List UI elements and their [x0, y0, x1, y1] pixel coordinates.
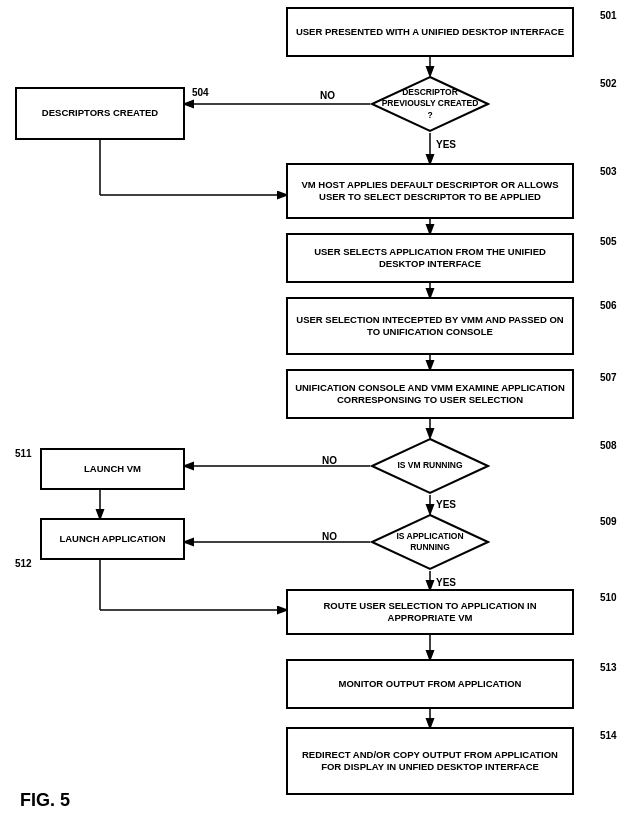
label-501: 501 — [600, 10, 617, 21]
node-505: USER SELECTS APPLICATION FROM THE UNIFIE… — [286, 233, 574, 283]
label-502: 502 — [600, 78, 617, 89]
no-label-509: NO — [322, 531, 337, 542]
yes-label-508: YES — [436, 499, 456, 510]
label-508: 508 — [600, 440, 617, 451]
no-label-508: NO — [322, 455, 337, 466]
node-502: DESCRIPTOR PREVIOUSLY CREATED ? — [370, 75, 490, 133]
label-504: 504 — [192, 87, 209, 98]
label-513: 513 — [600, 662, 617, 673]
label-511: 511 — [15, 448, 32, 459]
no-label-502: NO — [320, 90, 335, 101]
node-504: DESCRIPTORS CREATED — [15, 87, 185, 140]
node-511: LAUNCH VM — [40, 448, 185, 490]
node-514: REDIRECT AND/OR COPY OUTPUT FROM APPLICA… — [286, 727, 574, 795]
label-507: 507 — [600, 372, 617, 383]
label-510: 510 — [600, 592, 617, 603]
label-503: 503 — [600, 166, 617, 177]
node-512: LAUNCH APPLICATION — [40, 518, 185, 560]
label-505: 505 — [600, 236, 617, 247]
node-508: IS VM RUNNING — [370, 437, 490, 495]
node-513: MONITOR OUTPUT FROM APPLICATION — [286, 659, 574, 709]
node-510: ROUTE USER SELECTION TO APPLICATION IN A… — [286, 589, 574, 635]
node-509: IS APPLICATION RUNNING — [370, 513, 490, 571]
node-503: VM HOST APPLIES DEFAULT DESCRIPTOR OR AL… — [286, 163, 574, 219]
figure-label: FIG. 5 — [20, 790, 70, 811]
label-506: 506 — [600, 300, 617, 311]
flowchart-diagram: USER PRESENTED WITH A UNIFIED DESKTOP IN… — [0, 0, 634, 839]
label-512: 512 — [15, 558, 32, 569]
label-509: 509 — [600, 516, 617, 527]
node-506: USER SELECTION INTECEPTED BY VMM AND PAS… — [286, 297, 574, 355]
yes-label-509: YES — [436, 577, 456, 588]
node-507: UNIFICATION CONSOLE AND VMM EXAMINE APPL… — [286, 369, 574, 419]
yes-label-502: YES — [436, 139, 456, 150]
node-501: USER PRESENTED WITH A UNIFIED DESKTOP IN… — [286, 7, 574, 57]
label-514: 514 — [600, 730, 617, 741]
